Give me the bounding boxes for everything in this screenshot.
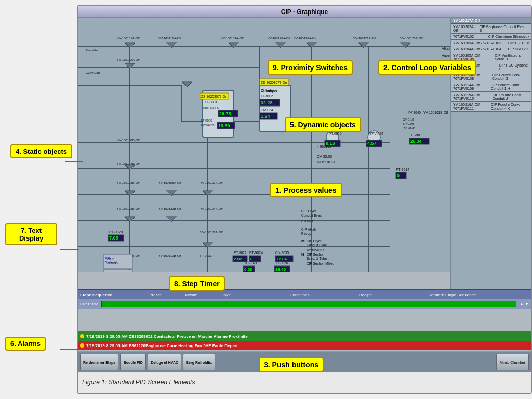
svg-text:TU-9021: TU-9021 bbox=[244, 261, 258, 265]
alarm-green-bar: 7/18/2019 8:29:05 AM ZS86209052 Contacte… bbox=[78, 331, 531, 341]
svg-text:Chimique: Chimique bbox=[261, 89, 277, 93]
right-panel-item: 7671FV0102 CIP Cheminee Silencieux bbox=[451, 34, 531, 40]
svg-text:YV-160104A-Off: YV-160104A-Off bbox=[200, 207, 223, 210]
svg-text:CV 55.00: CV 55.00 bbox=[317, 155, 332, 158]
svg-text:CIP Sechoir: CIP Sechoir bbox=[307, 252, 325, 256]
svg-text:PT-9012: PT-9012 bbox=[329, 132, 342, 136]
svg-text:ZS-86209072-On: ZS-86209072-On bbox=[201, 95, 228, 98]
text-display-callout: 7. Text Display bbox=[5, 223, 57, 245]
svg-text:Conduit Evac.: Conduit Evac. bbox=[301, 214, 323, 217]
dynamic-objects-callout: 5. Dynamic objects bbox=[285, 117, 361, 132]
svg-text:Alkali: Alkali bbox=[442, 47, 450, 50]
svg-text:28.34: 28.34 bbox=[410, 139, 422, 144]
svg-text:N: N bbox=[301, 252, 304, 257]
svg-text:4.57: 4.57 bbox=[367, 141, 377, 146]
svg-text:PT-9022: PT-9022 bbox=[200, 254, 212, 257]
svg-text:TT-9031: TT-9031 bbox=[205, 100, 218, 104]
deluge-hvac-button[interactable]: Deluge et HVAC bbox=[148, 354, 181, 370]
svg-text:7.05: 7.05 bbox=[109, 235, 118, 241]
scada-frame: CIP - Graphique bbox=[77, 5, 532, 394]
svg-text:YV-160107B-Off: YV-160107B-Off bbox=[117, 162, 140, 165]
berg-refroidis-button[interactable]: Berg Refroidis. bbox=[183, 354, 215, 370]
alarm-indicator bbox=[80, 343, 84, 348]
title-bar: CIP - Graphique bbox=[78, 6, 531, 18]
svg-text:CIP Dryer: CIP Dryer bbox=[301, 209, 316, 214]
right-panel-item: YV-160214A-Off 7671FV0109 CIP Poudre Con… bbox=[451, 82, 531, 92]
svg-text:YV-160108B-Off: YV-160108B-Off bbox=[117, 139, 140, 142]
svg-text:ZS-86209073-On: ZS-86209073-On bbox=[261, 81, 287, 84]
svg-text:FT-9024: FT-9024 bbox=[249, 251, 263, 255]
right-panel-item: YV-160216A-Off 7671FV0111 CIP Poudre Con… bbox=[451, 102, 531, 112]
svg-text:PT-9023: PT-9023 bbox=[109, 230, 123, 234]
svg-text:YV-160102A-Off: YV-160102A-Off bbox=[117, 58, 140, 61]
svg-text:II-862101-f: II-862101-f bbox=[317, 144, 334, 148]
figure-caption-area: Figure 1: Standard PID Screen Elements bbox=[78, 372, 531, 393]
scada-screen: YV-160101A-Off YV-160111A-Off YV-160103A… bbox=[78, 18, 531, 393]
proximity-switches-callout: 9. Proximity Switches bbox=[268, 60, 353, 75]
svg-text:YV-160126A-On: YV-160126A-On bbox=[294, 37, 316, 40]
svg-text:YV-160107A-Off: YV-160107A-Off bbox=[200, 181, 223, 184]
svg-text:2.82: 2.82 bbox=[234, 257, 242, 261]
right-panel-item: YV-160215A-Off 7671FV0110 CIP Poudre Con… bbox=[451, 92, 531, 102]
svg-text:CN-9035: CN-9035 bbox=[275, 251, 289, 255]
svg-text:YV-160103B-Off: YV-160103B-Off bbox=[117, 181, 140, 184]
svg-text:Conduit Evac.: Conduit Evac. bbox=[307, 243, 328, 247]
svg-text:CIP/Baghouse: CIP/Baghouse bbox=[105, 272, 122, 272]
svg-text:YV-160122B-Off: YV-160122B-Off bbox=[158, 207, 181, 210]
svg-text:Niveau %: Niveau % bbox=[201, 123, 215, 126]
svg-text:CIP Dryer: CIP Dryer bbox=[307, 239, 322, 243]
svg-text:YV-160120A-Off: YV-160120A-Off bbox=[400, 37, 423, 40]
svg-text:28.45: 28.45 bbox=[275, 267, 286, 272]
process-values-callout: 1. Process values bbox=[270, 183, 342, 197]
mimic-chamber-button[interactable]: Mimic Chamber bbox=[496, 354, 529, 370]
svg-text:TT-9026: TT-9026 bbox=[275, 261, 288, 265]
svg-text:19.50: 19.50 bbox=[218, 123, 230, 128]
svg-text:CV 0.10: CV 0.10 bbox=[403, 118, 414, 121]
pid-diagram: YV-160101A-Off YV-160111A-Off YV-160103A… bbox=[78, 18, 452, 272]
svg-text:32.28: 32.28 bbox=[261, 100, 273, 105]
svg-text:YV-160101B-Off: YV-160101B-Off bbox=[423, 111, 448, 114]
svg-text:SP 0.00: SP 0.00 bbox=[403, 122, 414, 125]
right-panel: YV-160217A-Off YV-160202A-Off CIP Baghou… bbox=[450, 18, 531, 289]
alarm-red-bar: 7/18/2019 8:29:05 AM P862120Baghouse Con… bbox=[78, 341, 531, 350]
svg-text:Temp. Deg C: Temp. Deg C bbox=[201, 106, 220, 109]
svg-text:Eau Ville: Eau Ville bbox=[86, 49, 98, 52]
alarms-callout: 6. Alarms bbox=[5, 337, 46, 351]
svg-text:YV-160101A-Off: YV-160101A-Off bbox=[117, 37, 140, 40]
svg-text:LT-9030: LT-9030 bbox=[201, 119, 212, 122]
bottom-panel: Etape Sequence Preset Accum. Objet Condi… bbox=[78, 289, 531, 393]
svg-text:A Recup: A Recup bbox=[301, 219, 313, 222]
svg-text:YV-160111A-Off: YV-160111A-Off bbox=[158, 37, 181, 40]
svg-text:CIP Sechoir Milieu: CIP Sechoir Milieu bbox=[307, 262, 335, 265]
svg-text:Recup: Recup bbox=[301, 232, 311, 236]
svg-text:TT-9011: TT-9011 bbox=[410, 133, 424, 137]
svg-text:II-862101-f: II-862101-f bbox=[317, 160, 335, 164]
right-panel-item: YV-160202A-Off CIP Baghouse Conduit Evac… bbox=[451, 24, 531, 34]
svg-text:Evac. U Tube: Evac. U Tube bbox=[307, 257, 327, 260]
svg-text:TT-9035: TT-9035 bbox=[261, 94, 274, 98]
svg-text:72.04: 72.04 bbox=[276, 257, 287, 261]
right-panel-item: YV-160204A-Off 7671FV0104 CIP HRU 2 C bbox=[451, 46, 531, 52]
svg-text:CIP Alkali: CIP Alkali bbox=[301, 228, 316, 231]
svg-text:M: M bbox=[301, 238, 305, 243]
redemarrer-etape-button[interactable]: Re demarrer Etape bbox=[80, 354, 118, 370]
svg-text:PV 28.34: PV 28.34 bbox=[403, 126, 416, 129]
right-panel-item: YV-160203A-Off 7671FV0103 CIP HRU 1 B bbox=[451, 40, 531, 46]
push-buttons-callout: 3. Push buttons bbox=[259, 357, 324, 372]
svg-text:YV-160103A-Off: YV-160103A-Off bbox=[221, 37, 244, 40]
control-loop-callout: 2. Control Loop Variables bbox=[378, 60, 476, 75]
svg-text:COW Eau: COW Eau bbox=[86, 71, 100, 74]
svg-text:CV 0.10: CV 0.10 bbox=[105, 258, 114, 261]
svg-text:0: 0 bbox=[250, 257, 253, 261]
svg-text:0.06: 0.06 bbox=[244, 267, 252, 272]
svg-text:FT-9014: FT-9014 bbox=[396, 168, 409, 171]
svg-text:1.24: 1.24 bbox=[261, 114, 270, 119]
svg-text:PT-9013: PT-9013 bbox=[370, 132, 383, 136]
boucle-pid-button[interactable]: Boucle PID bbox=[120, 354, 146, 370]
svg-text:26.75: 26.75 bbox=[219, 111, 231, 116]
svg-text:YV-160106A-Off: YV-160106A-Off bbox=[158, 181, 181, 184]
svg-text:7671FV0113: 7671FV0113 bbox=[307, 249, 325, 252]
svg-text:YV-160120A-Off: YV-160120A-Off bbox=[268, 37, 290, 40]
svg-rect-0 bbox=[78, 18, 452, 272]
svg-text:YV-160123B-Off: YV-160123B-Off bbox=[117, 207, 140, 210]
